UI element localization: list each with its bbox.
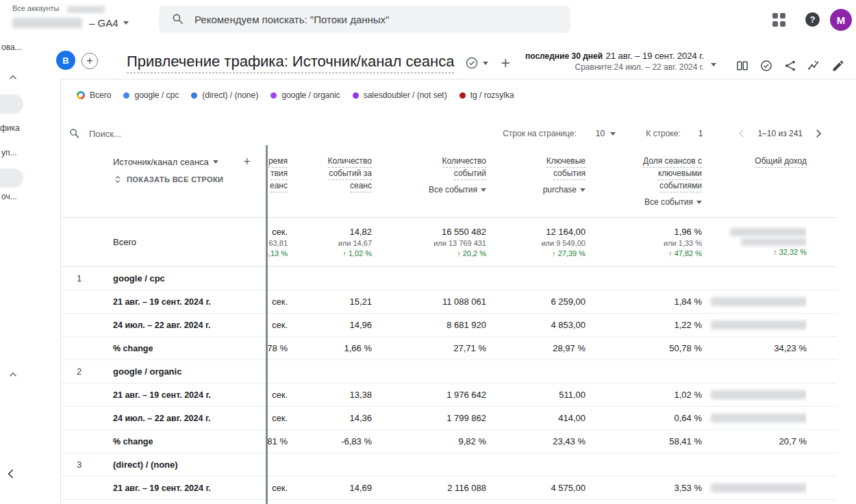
legend-item[interactable]: salesdoubler / (not set) [353, 90, 447, 100]
metric-value: 11 088 061 [442, 297, 486, 307]
metric-value: 14,96 [349, 320, 372, 330]
table-search[interactable]: Поиск... [68, 127, 121, 140]
column-header[interactable]: КоличествособытийВсе события [372, 145, 486, 217]
metric-value: 58,41 % [669, 436, 702, 446]
chevron-down-icon [123, 21, 129, 25]
metric-value: 0,64 % [675, 413, 702, 423]
metric-value: 14,69 [349, 483, 372, 493]
column-header-text: событиями [659, 180, 702, 192]
metric-cell [702, 290, 807, 313]
nav-item-pill[interactable] [0, 94, 23, 114]
column-header[interactable]: Количествособытий засеанс [288, 145, 372, 217]
blurred-value [711, 297, 807, 306]
column-header[interactable]: Общий доход [702, 145, 807, 217]
metric-value: 14,36 [349, 413, 372, 423]
data-quality-icon[interactable] [759, 59, 773, 73]
metric-value: 2 116 088 [447, 483, 486, 493]
column-header[interactable]: ремятвияеанс [266, 145, 288, 217]
metric-value: сек. [272, 320, 288, 330]
chevron-up-icon[interactable] [7, 368, 19, 381]
column-filter-dropdown[interactable]: purchase [543, 185, 586, 194]
legend-label: (direct) / (none) [202, 90, 258, 100]
metric-value: ,81 % [266, 436, 288, 446]
column-header-text: Количество [328, 155, 372, 168]
insights-icon[interactable] [807, 59, 821, 73]
metric-cell: 14,96 [288, 314, 372, 336]
report-content: Всегоgoogle / cpc(direct) / (none)google… [60, 79, 856, 504]
source-medium-name: google / organic [113, 366, 181, 377]
column-header-text: событий [454, 168, 486, 180]
legend-label: tg / rozsylka [470, 90, 514, 100]
comparison-icon[interactable] [735, 59, 749, 73]
dimension-header-label: Источник/канал сеанса [113, 157, 209, 167]
metric-cell [702, 314, 807, 336]
edit-icon[interactable] [831, 59, 845, 73]
metric-cell: 1,96 %или 1,33 %↑ 47,82 % [586, 218, 702, 266]
chevron-down-icon[interactable] [711, 63, 716, 66]
metric-value: 1,66 % [344, 343, 372, 353]
add-dimension-icon[interactable]: + [243, 155, 251, 168]
date-range-selector[interactable]: последние 30 дней 21 авг. – 19 сент. 202… [525, 50, 704, 73]
metric-cell: 16 550 482или 13 769 431↑ 20,2 % [372, 218, 486, 266]
metric-cell: 4 575,00 [486, 477, 586, 499]
column-header[interactable]: Ключевыесобытияpurchase [486, 145, 586, 217]
metric-value: сек. [272, 390, 288, 400]
metric-value: 15,21 [349, 297, 372, 307]
show-all-rows-button[interactable]: ПОКАЗАТЬ ВСЕ СТРОКИ [113, 175, 266, 184]
go-to-row-value[interactable]: 1 [698, 129, 703, 138]
apps-grid-icon[interactable] [772, 13, 786, 27]
rows-per-page-value[interactable]: 10 [596, 129, 605, 138]
metric-cell: сек. [266, 407, 288, 429]
metric-cell: сек.63,814,13 % [266, 218, 288, 266]
column-header[interactable]: Доля сеансов сключевымисобытиямиВсе собы… [586, 145, 702, 217]
nav-item-fragment[interactable]: фика [0, 123, 20, 133]
column-filter-dropdown[interactable]: Все события [644, 197, 702, 207]
blurred-account-path [67, 6, 105, 13]
page-title[interactable]: Привлечение трафика: Источник/канал сеан… [127, 53, 454, 73]
dimension-header-dropdown[interactable]: Источник/канал сеанса + [113, 155, 266, 168]
search-icon [171, 12, 185, 26]
legend-item[interactable]: tg / rozsylka [460, 90, 514, 100]
legend-item[interactable]: google / cpc [123, 90, 179, 100]
metric-value: 1,02 % [675, 390, 702, 400]
legend-item[interactable]: Всего [77, 90, 111, 100]
source-medium-name: (direct) / (none) [113, 459, 178, 470]
metric-cell: 28,97 % [486, 337, 586, 360]
column-filter-dropdown[interactable]: Все события [429, 185, 486, 194]
row-number-cell [60, 218, 92, 266]
chevron-down-icon [696, 201, 702, 204]
metric-cell [702, 383, 807, 406]
add-report-button[interactable]: + [501, 55, 509, 71]
chevron-down-icon[interactable] [610, 132, 616, 136]
blurred-value [730, 228, 807, 236]
row-number: 3 [77, 459, 81, 470]
property-selector[interactable]: – GA4 [89, 17, 129, 29]
nav-item-fragment[interactable]: ова... [1, 42, 22, 52]
report-status-dropdown[interactable] [465, 56, 488, 70]
help-icon[interactable]: ? [805, 12, 820, 27]
table-row: 21 авг. – 19 сент. 2024 г.сек.14,692 116… [60, 477, 837, 500]
pagination-range: 1–10 из 241 [757, 129, 803, 138]
global-search-bar[interactable]: Рекомендуем поискать: "Потоки данных" [159, 5, 570, 33]
nav-item-fragment[interactable]: уп... [1, 148, 17, 158]
metric-cell: 27,71 % [372, 337, 486, 360]
chevron-up-icon[interactable] [7, 71, 19, 84]
metric-value: 23,43 % [553, 436, 586, 446]
nav-item-fragment[interactable]: оч... [1, 192, 17, 201]
legend-item[interactable]: google / organic [270, 90, 340, 100]
chevron-right-icon[interactable] [812, 127, 824, 140]
column-header-text: ключевыми [658, 168, 702, 180]
nav-item-pill[interactable] [0, 168, 23, 188]
column-resize-divider[interactable] [266, 145, 268, 504]
avatar[interactable]: M [830, 9, 852, 31]
table-search-placeholder: Поиск... [89, 129, 121, 139]
metric-value: 1,96 % [675, 227, 702, 237]
share-icon[interactable] [783, 59, 797, 73]
report-tab-badge[interactable]: B [56, 51, 75, 70]
new-tab-button[interactable]: + [81, 53, 98, 69]
table-row: % change,81 %-6,83 %9,82 %23,43 %58,41 %… [60, 430, 837, 453]
legend-item[interactable]: (direct) / (none) [191, 90, 258, 100]
collapse-sidebar-button[interactable] [4, 467, 18, 481]
chevron-left-icon[interactable] [735, 127, 748, 140]
blurred-value [711, 390, 807, 399]
